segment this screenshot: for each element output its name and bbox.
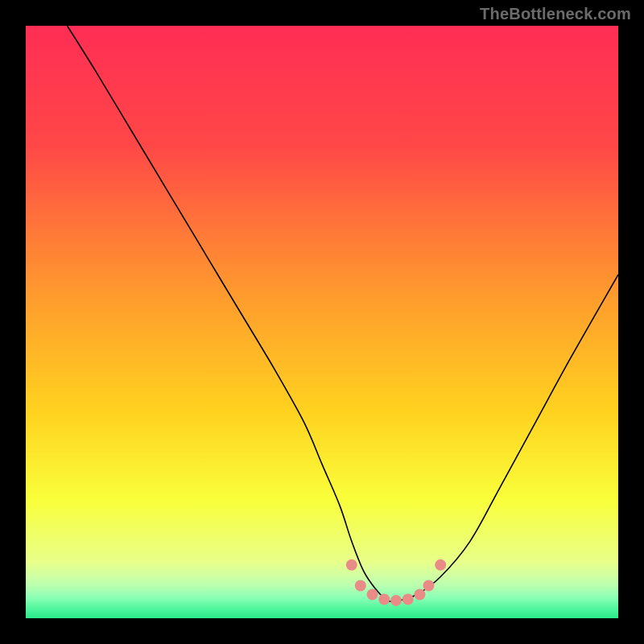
marker-dot <box>378 593 390 605</box>
chart-frame: TheBottleneck.com <box>0 0 644 644</box>
marker-dot <box>367 589 378 601</box>
marker-dot <box>414 589 425 601</box>
marker-dot <box>390 595 402 606</box>
watermark-label: TheBottleneck.com <box>480 5 631 23</box>
marker-dot <box>402 593 414 605</box>
chart-background <box>26 26 618 618</box>
marker-dot <box>435 559 446 571</box>
bottleneck-chart <box>26 26 618 618</box>
marker-dot <box>423 580 434 592</box>
chart-svg <box>26 26 618 618</box>
marker-dot <box>355 580 366 592</box>
marker-dot <box>346 559 357 571</box>
